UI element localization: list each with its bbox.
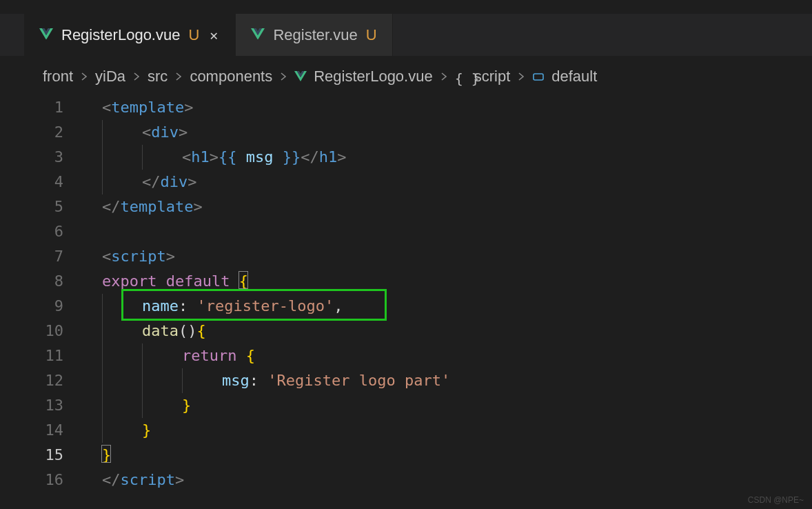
tag-open: script	[111, 244, 165, 269]
line-number: 4	[0, 170, 83, 194]
line-number: 10	[0, 319, 83, 343]
braces-icon: { }	[455, 70, 467, 83]
tab-status-u: U	[366, 26, 377, 44]
line-number: 14	[0, 418, 83, 443]
vue-icon	[39, 28, 53, 42]
tab-registerlogo[interactable]: RegisterLogo.vue U ✕	[24, 14, 236, 56]
keyword-export: export	[102, 269, 156, 294]
code-line[interactable]: 6	[0, 219, 812, 244]
code-line[interactable]: 13 }	[0, 393, 812, 418]
property-name: name	[142, 294, 179, 319]
tag-close: div	[161, 170, 188, 194]
breadcrumb-item[interactable]: components	[190, 68, 272, 86]
breadcrumb-item[interactable]: yiDa	[95, 68, 125, 86]
method-data: data	[142, 319, 179, 343]
tag-close: script	[121, 468, 175, 492]
line-number: 9	[0, 294, 83, 319]
line-number: 6	[0, 219, 83, 244]
code-line[interactable]: 3 <h1>{{ msg }}</h1>	[0, 145, 812, 170]
code-line[interactable]: 14 }	[0, 418, 812, 443]
line-number: 13	[0, 393, 83, 418]
chevron-right-icon	[174, 72, 183, 81]
editor-window: RegisterLogo.vue U ✕ Register.vue U fron…	[0, 0, 812, 509]
chevron-right-icon	[517, 72, 525, 81]
breadcrumb-item[interactable]: front	[43, 68, 73, 86]
symbol-icon	[532, 70, 545, 83]
line-number: 11	[0, 343, 83, 368]
breadcrumb[interactable]: front yiDa src components RegisterLogo.v…	[0, 57, 812, 94]
line-number: 2	[0, 120, 83, 145]
vertical-scrollbar[interactable]	[802, 94, 812, 509]
breadcrumb-item[interactable]: src	[148, 68, 168, 86]
tag-open: h1	[191, 145, 210, 170]
keyword-default: default	[166, 269, 230, 294]
code-editor[interactable]: 1 <template> 2 <div> 3 <h1>{{ msg }}</h1…	[0, 94, 812, 509]
code-line[interactable]: 9 name: 'register-logo',	[0, 294, 812, 319]
tag-close: template	[121, 194, 194, 219]
code-line[interactable]: 7 <script>	[0, 244, 812, 269]
chevron-right-icon	[440, 72, 448, 81]
keyword-return: return	[182, 343, 236, 368]
tab-filename: RegisterLogo.vue	[61, 26, 180, 44]
tab-status-u: U	[188, 26, 199, 44]
line-number: 15	[0, 443, 83, 468]
code-line[interactable]: 4 </div>	[0, 170, 812, 194]
chevron-right-icon	[279, 72, 287, 81]
breadcrumb-item[interactable]: default	[551, 68, 597, 86]
watermark: CSDN @NPE~	[748, 495, 804, 505]
code-line[interactable]: 12 msg: 'Register logo part'	[0, 368, 812, 393]
line-number: 7	[0, 244, 83, 269]
chevron-right-icon	[132, 72, 141, 81]
line-number: 1	[0, 95, 83, 120]
tag-open: template	[111, 95, 184, 120]
close-icon[interactable]: ✕	[207, 28, 220, 42]
code-line[interactable]: 16 </script>	[0, 468, 812, 492]
code-line[interactable]: 1 <template>	[0, 95, 812, 120]
interpolation-var: msg	[246, 145, 274, 170]
code-line[interactable]: 10 data(){	[0, 319, 812, 343]
line-number: 16	[0, 468, 83, 492]
property-msg: msg	[222, 368, 250, 393]
code-line[interactable]: 11 return {	[0, 343, 812, 368]
tag-close: h1	[319, 145, 338, 170]
tab-register[interactable]: Register.vue U	[236, 14, 392, 56]
string-literal: 'Register logo part'	[267, 368, 450, 393]
line-number: 8	[0, 269, 83, 294]
line-number: 3	[0, 145, 83, 170]
vue-icon	[251, 28, 265, 42]
code-line[interactable]: 2 <div>	[0, 120, 812, 145]
line-number: 12	[0, 368, 83, 393]
breadcrumb-item[interactable]: script	[474, 68, 511, 86]
tab-bar: RegisterLogo.vue U ✕ Register.vue U	[0, 14, 812, 57]
line-number: 5	[0, 194, 83, 219]
svg-rect-0	[534, 74, 543, 80]
string-literal: 'register-logo'	[196, 294, 334, 319]
chevron-right-icon	[80, 72, 88, 81]
code-line[interactable]: 8 export default {	[0, 269, 812, 294]
titlebar-strip	[0, 0, 812, 14]
vue-icon	[294, 71, 307, 82]
breadcrumb-item[interactable]: RegisterLogo.vue	[314, 68, 432, 86]
code-line[interactable]: 15 }	[0, 443, 812, 468]
tab-filename: Register.vue	[273, 26, 357, 44]
tag-open: div	[151, 120, 179, 145]
code-line[interactable]: 5 </template>	[0, 194, 812, 219]
